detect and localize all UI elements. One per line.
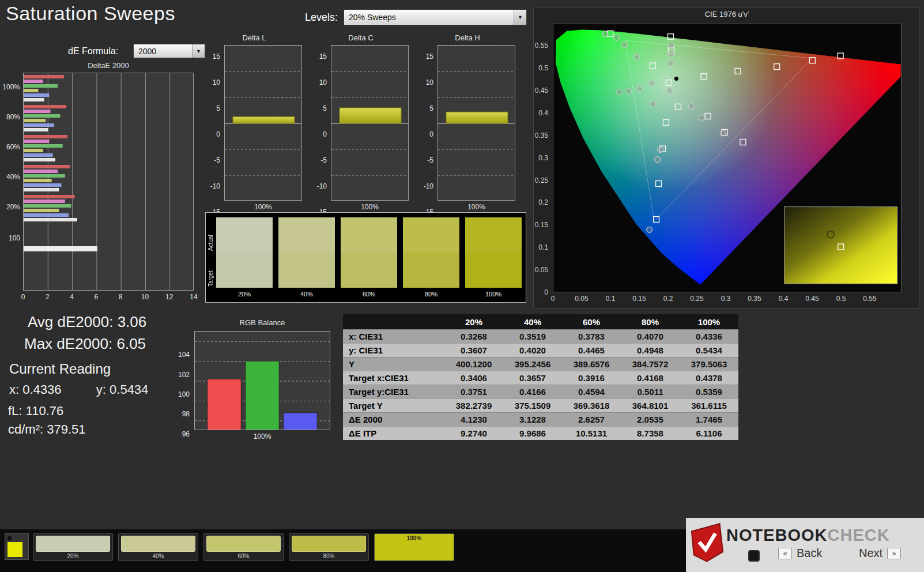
- patch-tile-40%[interactable]: 40%: [118, 533, 198, 561]
- chevron-down-icon[interactable]: ▼: [514, 10, 526, 25]
- delta-bar: [340, 108, 401, 123]
- chevron-down-icon[interactable]: ▼: [192, 44, 205, 58]
- table-cell: 4.1230: [444, 415, 503, 424]
- patch-tile-80%[interactable]: 80%: [289, 533, 369, 561]
- delta-c-chart: Delta C 151050-5-10-15 100%: [311, 33, 410, 212]
- row-label: ΔE 2000: [343, 415, 444, 424]
- patch-color: [292, 536, 366, 552]
- patch-swatch: 40%: [278, 217, 335, 298]
- table-row: ΔE ITP9.27409.968610.51318.73586.1106: [343, 426, 738, 440]
- column-header: 20%: [444, 317, 503, 327]
- tick-label: 0.3: [721, 295, 731, 303]
- stop-icon[interactable]: [748, 550, 760, 562]
- tick-label: 8: [119, 293, 123, 301]
- measured-marker: [655, 157, 661, 163]
- axis-label: 100: [9, 234, 20, 242]
- table-cell: 369.3618: [562, 401, 621, 411]
- de-bar: [24, 218, 77, 221]
- table-cell: 0.5434: [680, 345, 738, 355]
- de-bar: [24, 114, 60, 118]
- patch-color: [206, 536, 281, 552]
- row-label: ΔE ITP: [343, 428, 444, 438]
- chart-title: RGB Balance: [194, 318, 330, 327]
- actual-swatch: [465, 217, 522, 253]
- de-bar: [24, 174, 65, 178]
- target-swatch: [465, 253, 522, 288]
- row-label: x: CIE31: [343, 332, 444, 341]
- tick-label: 0: [551, 295, 555, 303]
- patch-tile-100%[interactable]: 100%: [374, 533, 454, 561]
- back-button[interactable]: « Back: [778, 547, 822, 560]
- current-cdm2: cd/m²: 379.51: [8, 422, 86, 437]
- axis-label: 40%: [6, 173, 20, 181]
- de-formula-dropdown[interactable]: 2000 ▼: [133, 44, 205, 58]
- tick-label: 5: [429, 104, 433, 112]
- tick-label: 15: [213, 52, 220, 61]
- row-label: Target x:CIE31: [343, 373, 444, 383]
- table-row: y: CIE310.36070.40200.44650.49480.5434: [343, 343, 738, 357]
- next-button[interactable]: Next »: [859, 547, 901, 560]
- table-cell: 0.4168: [621, 373, 680, 383]
- table-cell: 382.2739: [444, 401, 503, 411]
- back-button-label: Back: [797, 547, 822, 560]
- tick-label: 0: [323, 130, 327, 138]
- tick-label: 0.15: [632, 295, 646, 303]
- actual-target-swatches: Actual Target 20%40%60%80%100%: [205, 212, 526, 303]
- target-swatch: [216, 253, 273, 288]
- delta-h-plot: [438, 45, 515, 201]
- column-header: 100%: [680, 317, 738, 327]
- axis-label: 100%: [2, 83, 20, 91]
- de-bar: [24, 123, 54, 127]
- delta-l-plot: [224, 45, 302, 201]
- de-bar: [24, 75, 64, 78]
- patch-swatch: 80%: [403, 217, 459, 298]
- measured-marker: [649, 80, 655, 86]
- max-label: Max dE2000:: [24, 335, 112, 352]
- table-row: Target Y382.2739375.1509369.3618364.8101…: [343, 398, 738, 412]
- swatch-label: 80%: [403, 291, 459, 298]
- current-reading-title: Current Reading: [9, 361, 111, 377]
- row-label: Target Y: [343, 401, 444, 411]
- table-cell: 10.5131: [562, 428, 621, 438]
- y-axis: 151050-5-10-15: [418, 45, 436, 201]
- de-formula-label: dE Formula:: [68, 46, 118, 57]
- table-cell: 0.4594: [562, 387, 621, 397]
- logo-text-bold: NOTEBOOK: [726, 526, 828, 544]
- back-chevron-icon[interactable]: «: [778, 548, 792, 559]
- tick-label: 0.05: [535, 266, 548, 274]
- de-bar: [24, 93, 49, 97]
- table-cell: 0.3751: [444, 387, 503, 397]
- de-bar: [24, 179, 52, 182]
- de-bar: [24, 183, 62, 187]
- target-swatch: [403, 253, 459, 288]
- table-cell: 8.7358: [621, 428, 680, 438]
- tick-label: 0.55: [535, 42, 548, 50]
- patch-tile-60%[interactable]: 60%: [203, 533, 284, 561]
- tick-label: 0.45: [805, 295, 819, 303]
- max-value: 6.05: [116, 335, 146, 352]
- table-cell: 0.3268: [444, 332, 503, 341]
- fl-value: 110.76: [26, 404, 64, 418]
- de-bar: [24, 204, 71, 208]
- chart-title: Delta H: [418, 33, 517, 42]
- tick-label: 15: [319, 52, 327, 61]
- de-bar: [24, 195, 75, 198]
- de-bar: [24, 188, 59, 191]
- y-axis: 151050-5-10-15: [205, 45, 223, 201]
- measured-marker: [626, 88, 632, 94]
- tick-label: 5: [216, 104, 220, 112]
- de-bar: [24, 128, 48, 131]
- patch-tile-20%[interactable]: 20%: [33, 533, 113, 561]
- tick-label: 0.35: [535, 131, 548, 140]
- tick-label: 6: [95, 293, 99, 301]
- blue-bar: [284, 413, 317, 430]
- tick-label: 0.5: [836, 295, 846, 303]
- measured-marker: [637, 86, 643, 92]
- tick-label: 10: [141, 293, 149, 301]
- levels-dropdown[interactable]: 20% Sweeps ▼: [344, 9, 527, 25]
- table-cell: 384.7572: [621, 359, 680, 369]
- current-point: [674, 77, 678, 81]
- table-row: Y400.1200395.2456389.6576384.7572379.506…: [343, 357, 738, 371]
- de-bar: [24, 105, 66, 108]
- next-chevron-icon[interactable]: »: [887, 548, 901, 559]
